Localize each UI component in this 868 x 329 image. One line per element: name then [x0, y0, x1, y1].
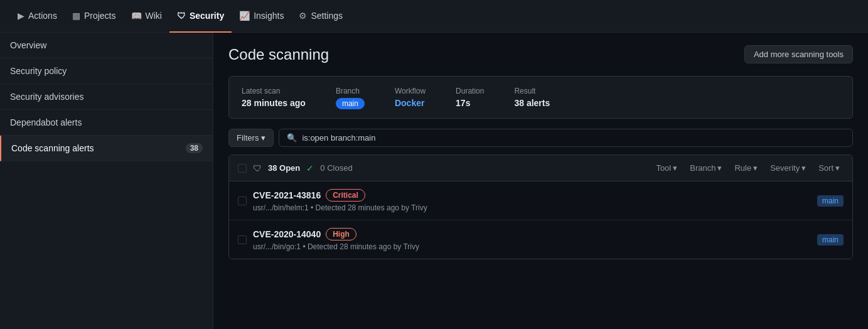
- actions-icon: ▶: [18, 11, 24, 21]
- nav-label-insights: Insights: [254, 11, 284, 21]
- settings-icon: ⚙: [299, 11, 307, 21]
- severity-badge-2: High: [326, 228, 356, 240]
- closed-count[interactable]: 0 Closed: [320, 163, 352, 173]
- tool-chevron-icon: ▾: [673, 163, 677, 173]
- duration-field: Duration 17s: [456, 87, 484, 108]
- result-label: Result: [514, 87, 550, 95]
- shield-icon: 🛡: [253, 163, 262, 173]
- severity-filter-button[interactable]: Severity ▾: [766, 161, 810, 175]
- branch-filter-button[interactable]: Branch ▾: [686, 161, 726, 175]
- severity-badge-1: Critical: [326, 189, 365, 202]
- sidebar-item-security-advisories[interactable]: Security advisories: [0, 84, 213, 110]
- security-icon: 🛡: [177, 11, 186, 21]
- latest-scan-value: 28 minutes ago: [242, 98, 306, 108]
- tool-filter-button[interactable]: Tool ▾: [652, 161, 681, 175]
- sidebar-item-code-scanning-alerts[interactable]: Code scanning alerts 38: [0, 136, 213, 161]
- nav-item-projects[interactable]: ▦ Projects: [65, 0, 124, 33]
- workflow-link[interactable]: Docker: [395, 98, 424, 108]
- rule-chevron-icon: ▾: [753, 163, 758, 173]
- table-row: CVE-2021-43816 Critical usr/.../bin/helm…: [229, 181, 852, 220]
- nav-item-security[interactable]: 🛡 Security: [169, 0, 232, 33]
- nav-item-insights[interactable]: 📈 Insights: [232, 0, 291, 33]
- branch-badge: main: [336, 98, 365, 109]
- filters-button[interactable]: Filters ▾: [228, 129, 274, 147]
- result-value: 38 alerts: [514, 98, 550, 108]
- check-icon: ✓: [306, 163, 314, 173]
- nav-label-security: Security: [190, 11, 224, 21]
- alerts-table-header: 🛡 38 Open ✓ 0 Closed Tool ▾ Branch ▾: [229, 155, 852, 181]
- alert-id-1[interactable]: CVE-2021-43816: [253, 190, 321, 200]
- branch-filter-label: Branch: [690, 163, 715, 173]
- severity-label: Severity: [770, 163, 800, 173]
- scan-info-card: Latest scan 28 minutes ago Branch main W…: [228, 76, 853, 119]
- alert-meta-1: usr/.../bin/helm:1 • Detected 28 minutes…: [253, 203, 811, 212]
- content-header: Code scanning Add more scanning tools: [228, 45, 853, 63]
- alert-checkbox-1[interactable]: [238, 197, 247, 205]
- search-box[interactable]: 🔍: [279, 129, 853, 147]
- filters-bar: Filters ▾ 🔍: [228, 129, 853, 147]
- search-icon: 🔍: [287, 133, 297, 143]
- sidebar-item-overview[interactable]: Overview: [0, 33, 213, 58]
- nav-label-actions: Actions: [28, 11, 57, 21]
- alert-content-1: CVE-2021-43816 Critical usr/.../bin/helm…: [253, 189, 811, 212]
- branch-field: Branch main: [336, 87, 365, 108]
- alert-checkbox-2[interactable]: [238, 235, 247, 244]
- master-checkbox[interactable]: [238, 164, 247, 173]
- workflow-value: Docker: [395, 98, 426, 108]
- sort-chevron-icon: ▾: [835, 163, 840, 173]
- alerts-table: 🛡 38 Open ✓ 0 Closed Tool ▾ Branch ▾: [228, 154, 853, 259]
- nav-item-settings[interactable]: ⚙ Settings: [291, 0, 350, 33]
- branch-chevron-icon: ▾: [717, 163, 722, 173]
- rule-filter-button[interactable]: Rule ▾: [731, 161, 761, 175]
- sidebar: Overview Security policy Security adviso…: [0, 33, 213, 329]
- nav-item-actions[interactable]: ▶ Actions: [10, 0, 65, 33]
- top-nav: ▶ Actions ▦ Projects 📖 Wiki 🛡 Security 📈…: [0, 0, 868, 33]
- severity-chevron-icon: ▾: [801, 163, 806, 173]
- code-scanning-badge: 38: [186, 143, 203, 153]
- branch-value: main: [336, 98, 365, 108]
- add-scanning-tools-button[interactable]: Add more scanning tools: [744, 45, 853, 63]
- content-area: Code scanning Add more scanning tools La…: [213, 33, 868, 329]
- latest-scan-label: Latest scan: [242, 87, 306, 95]
- tool-label: Tool: [656, 163, 671, 173]
- open-count[interactable]: 38 Open: [268, 163, 300, 173]
- nav-label-projects: Projects: [84, 11, 116, 21]
- nav-label-wiki: Wiki: [146, 11, 162, 21]
- alert-content-2: CVE-2020-14040 High usr/.../bin/go:1 • D…: [253, 228, 811, 251]
- page-title: Code scanning: [228, 46, 329, 63]
- duration-value: 17s: [456, 98, 484, 108]
- nav-label-settings: Settings: [311, 11, 343, 21]
- alert-title-2: CVE-2020-14040 High: [253, 228, 811, 240]
- projects-icon: ▦: [72, 11, 80, 21]
- workflow-field: Workflow Docker: [395, 87, 426, 108]
- sort-button[interactable]: Sort ▾: [815, 161, 844, 175]
- sidebar-item-security-policy[interactable]: Security policy: [0, 58, 213, 84]
- wiki-icon: 📖: [131, 11, 142, 21]
- alert-branch-badge-1: main: [817, 195, 844, 207]
- alert-title-1: CVE-2021-43816 Critical: [253, 189, 811, 202]
- workflow-label: Workflow: [395, 87, 426, 95]
- alert-meta-2: usr/.../bin/go:1 • Detected 28 minutes a…: [253, 242, 811, 251]
- filters-button-label: Filters: [237, 133, 259, 143]
- latest-scan-field: Latest scan 28 minutes ago: [242, 87, 306, 108]
- sort-label: Sort: [818, 163, 833, 173]
- table-row: CVE-2020-14040 High usr/.../bin/go:1 • D…: [229, 220, 852, 259]
- sidebar-item-dependabot-alerts[interactable]: Dependabot alerts: [0, 110, 213, 136]
- insights-icon: 📈: [239, 11, 250, 21]
- alert-id-2[interactable]: CVE-2020-14040: [253, 229, 321, 239]
- alert-branch-badge-2: main: [817, 234, 844, 245]
- duration-label: Duration: [456, 87, 484, 95]
- rule-label: Rule: [734, 163, 751, 173]
- nav-item-wiki[interactable]: 📖 Wiki: [124, 0, 169, 33]
- search-input[interactable]: [302, 133, 845, 143]
- result-field: Result 38 alerts: [514, 87, 550, 108]
- main-layout: Overview Security policy Security adviso…: [0, 33, 868, 329]
- branch-label: Branch: [336, 87, 365, 95]
- chevron-down-icon: ▾: [261, 133, 265, 143]
